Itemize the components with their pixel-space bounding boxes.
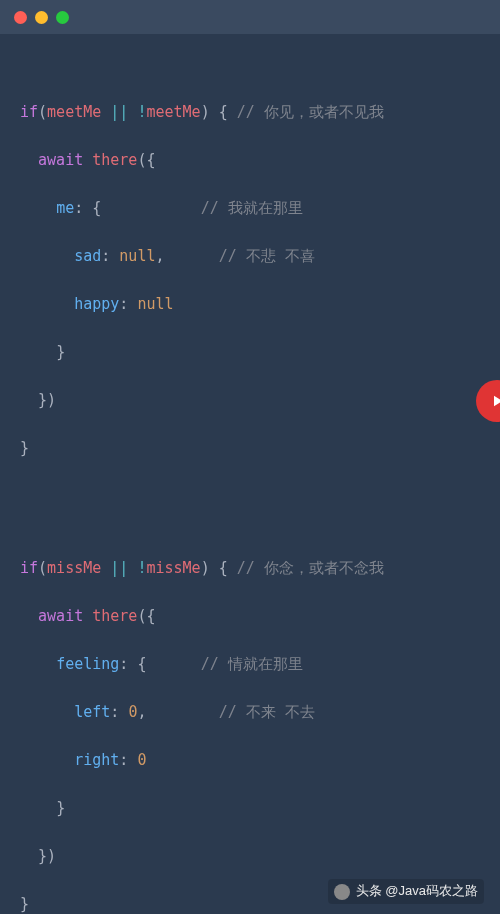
code-editor: if(meetMe || !meetMe) { // 你见，或者不见我 awai…: [0, 34, 500, 914]
code-line: happy: null: [20, 292, 492, 316]
code-line: }: [20, 796, 492, 820]
avatar-icon: [334, 884, 350, 900]
window-titlebar: [0, 0, 500, 34]
code-line: sad: null, // 不悲 不喜: [20, 244, 492, 268]
code-line: await there({: [20, 604, 492, 628]
play-icon: [488, 392, 500, 410]
code-line: }: [20, 340, 492, 364]
code-line: right: 0: [20, 748, 492, 772]
code-line: if(missMe || !missMe) { // 你念，或者不念我: [20, 556, 492, 580]
code-line: await there({: [20, 148, 492, 172]
blank-line: [20, 484, 492, 508]
attribution-footer: 头条 @Java码农之路: [328, 879, 484, 904]
attribution-label: 头条 @Java码农之路: [356, 881, 478, 902]
zoom-icon[interactable]: [56, 11, 69, 24]
code-line: }): [20, 388, 492, 412]
close-icon[interactable]: [14, 11, 27, 24]
code-line: left: 0, // 不来 不去: [20, 700, 492, 724]
code-line: }): [20, 844, 492, 868]
code-line: }: [20, 436, 492, 460]
minimize-icon[interactable]: [35, 11, 48, 24]
code-line: me: { // 我就在那里: [20, 196, 492, 220]
code-line: if(meetMe || !meetMe) { // 你见，或者不见我: [20, 100, 492, 124]
code-line: feeling: { // 情就在那里: [20, 652, 492, 676]
